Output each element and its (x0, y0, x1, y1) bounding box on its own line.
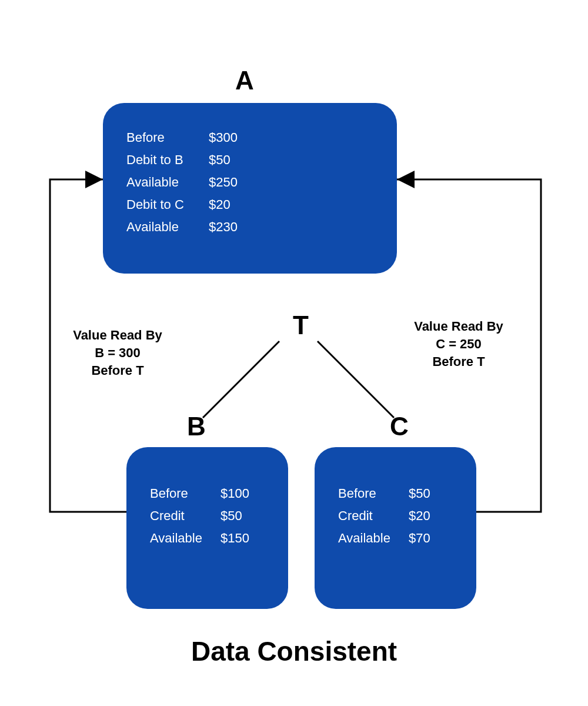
node-a-r2-label: Debit to B (126, 149, 209, 171)
node-b-r3-value: $150 (220, 527, 249, 550)
diagram-stage: A Before$300 Debit to B$50 Available$250… (0, 0, 588, 706)
node-b-r2-value: $50 (220, 505, 242, 527)
node-a-r1-label: Before (126, 126, 209, 149)
node-c-r1-value: $50 (409, 482, 430, 505)
diagram-title: Data Consistent (0, 635, 588, 667)
label-c: C (390, 412, 409, 441)
node-b-r1-label: Before (150, 482, 220, 505)
label-a: A (235, 66, 254, 95)
side-left-l1: Value Read By (59, 327, 176, 344)
side-label-right: Value Read By C = 250 Before T (400, 318, 517, 371)
side-label-left: Value Read By B = 300 Before T (59, 327, 176, 379)
node-a-r3-label: Available (126, 171, 209, 194)
node-b: Before$100 Credit$50 Available$150 (126, 447, 288, 609)
label-b: B (187, 412, 206, 441)
svg-line-1 (318, 341, 394, 418)
node-c-r2-label: Credit (338, 505, 409, 527)
node-b-r3-label: Available (150, 527, 220, 550)
side-right-l2: C = 250 (400, 335, 517, 353)
side-left-l3: Before T (59, 362, 176, 379)
node-a-r4-value: $20 (209, 194, 230, 216)
node-c-r3-value: $70 (409, 527, 430, 550)
node-a-r1-value: $300 (209, 126, 238, 149)
node-c-r3-label: Available (338, 527, 409, 550)
node-b-r1-value: $100 (220, 482, 249, 505)
node-a-r5-value: $230 (209, 216, 238, 238)
node-c-r2-value: $20 (409, 505, 430, 527)
node-a-r5-label: Available (126, 216, 209, 238)
node-a-r3-value: $250 (209, 171, 238, 194)
node-a-r2-value: $50 (209, 149, 230, 171)
svg-line-0 (203, 341, 279, 418)
node-b-r2-label: Credit (150, 505, 220, 527)
side-right-l1: Value Read By (400, 318, 517, 335)
side-right-l3: Before T (400, 353, 517, 371)
label-t: T (293, 311, 309, 340)
node-a: Before$300 Debit to B$50 Available$250 D… (103, 103, 397, 274)
node-c: Before$50 Credit$20 Available$70 (315, 447, 476, 609)
node-a-r4-label: Debit to C (126, 194, 209, 216)
side-left-l2: B = 300 (59, 344, 176, 362)
node-c-r1-label: Before (338, 482, 409, 505)
